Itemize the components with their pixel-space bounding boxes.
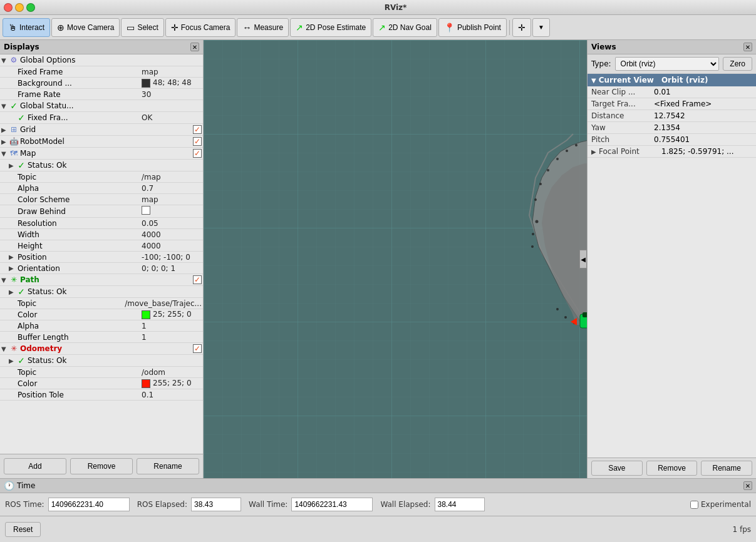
add-toolbar-button[interactable]: ✛ [512,18,531,37]
path-item[interactable]: ▼ ✳ Path ✓ [0,274,203,286]
move-camera-button[interactable]: ⊕ Move Camera [51,18,120,37]
rename-view-button[interactable]: Rename [701,461,752,476]
path-topic-item[interactable]: Topic /move_base/Trajec... [0,298,203,309]
background-item[interactable]: Background ... 48; 48; 48 [0,78,203,89]
property-label: Target Fra... [591,100,654,108]
toolbar-dropdown-button[interactable]: ▼ [532,18,550,37]
minimize-button[interactable] [15,3,24,12]
map-draw-behind-item[interactable]: Draw Behind [0,205,203,218]
map-alpha-item[interactable]: Alpha 0.7 [0,183,203,194]
item-label: Topic [16,368,139,377]
odom-status-item[interactable]: ▶ ✓ Status: Ok [0,355,203,367]
checked-checkbox[interactable]: ✓ [193,344,202,353]
clock-icon: 🕐 [4,481,14,491]
unchecked-checkbox[interactable] [142,206,150,215]
remove-display-button[interactable]: Remove [70,458,133,474]
map-status-item[interactable]: ▶ ✓ Status: Ok [0,160,203,171]
grid-overlay [204,40,587,478]
publish-point-button[interactable]: 📍 Publish Point [438,18,507,37]
checked-checkbox[interactable]: ✓ [193,137,202,146]
map-color-scheme-item[interactable]: Color Scheme map [0,194,203,205]
toolbar-separator [509,20,510,35]
focal-point-row[interactable]: ▶ Focal Point 1.825; -0.59791; ... [588,146,756,158]
type-label: Type: [591,59,611,68]
odom-topic-item[interactable]: Topic /odom [0,367,203,378]
maximize-button[interactable] [26,3,35,12]
odometry-item[interactable]: ▼ ✳ Odometry ✓ [0,343,203,355]
pose-estimate-button[interactable]: ↗ 2D Pose Estimate [290,18,371,37]
fixed-frame-item[interactable]: Fixed Frame map [0,66,203,78]
ros-elapsed-input[interactable] [191,498,241,511]
wall-time-input[interactable] [291,498,373,511]
item-label: Status: Ok [26,287,202,296]
displays-close-button[interactable]: ✕ [190,43,199,51]
interact-button[interactable]: 🖱 Interact [3,18,50,37]
global-options-item[interactable]: ▼ ⚙ Global Options [0,54,203,66]
path-alpha-item[interactable]: Alpha 1 [0,320,203,332]
views-header: Views ✕ [588,40,756,54]
target-frame-row[interactable]: Target Fra... <Fixed Frame> [588,98,756,110]
map-height-item[interactable]: Height 4000 [0,240,203,252]
rename-display-button[interactable]: Rename [137,458,199,474]
odom-pos-tol-item[interactable]: Position Tole 0.1 [0,389,203,401]
time-close-button[interactable]: ✕ [743,481,752,490]
yaw-row[interactable]: Yaw 2.1354 [588,122,756,134]
experimental-checkbox[interactable] [690,501,698,509]
map-topic-item[interactable]: Topic /map [0,171,203,183]
map-item[interactable]: ▼ 🗺 Map ✓ [0,148,203,160]
item-label: Alpha [16,184,139,193]
frame-rate-item[interactable]: Frame Rate 30 [0,89,203,100]
type-select[interactable]: Orbit (rviz) [615,57,720,71]
svg-rect-26 [583,312,587,317]
svg-point-5 [531,245,534,248]
grid-icon: ⊞ [9,125,19,135]
distance-row[interactable]: Distance 12.7542 [588,110,756,122]
checked-checkbox[interactable]: ✓ [193,125,202,134]
color-swatch [142,310,150,319]
item-value: 255; 25; 0 [139,379,202,388]
svg-point-10 [566,150,568,152]
pitch-row[interactable]: Pitch 0.755401 [588,134,756,146]
check-icon: ✓ [16,287,26,297]
views-close-button[interactable]: ✕ [743,43,752,51]
fps-display: 1 fps [732,525,751,534]
path-color-item[interactable]: Color 25; 255; 0 [0,309,203,320]
map-width-item[interactable]: Width 4000 [0,229,203,240]
close-button[interactable] [4,3,13,12]
measure-button[interactable]: ↔ Measure [237,18,289,37]
map-orientation-item[interactable]: ▶ Orientation 0; 0; 0; 1 [0,263,203,274]
current-view-section: ▼ Current View Orbit (rviz) Near Clip ..… [588,74,756,458]
map-position-item[interactable]: ▶ Position -100; -100; 0 [0,252,203,263]
wall-elapsed-input[interactable] [435,498,485,511]
item-label: Status: Ok [26,161,202,170]
focus-camera-button[interactable]: ✛ Focus Camera [165,18,236,37]
right-collapse-arrow[interactable]: ◀ [579,250,587,268]
window-controls[interactable] [4,3,35,12]
select-button[interactable]: ▭ Select [121,18,163,37]
checked-checkbox[interactable]: ✓ [193,149,202,158]
path-buffer-length-item[interactable]: Buffer Length 1 [0,332,203,343]
map-icon: 🗺 [9,148,19,158]
3d-viewport[interactable]: ◀ [204,40,587,478]
map-resolution-item[interactable]: Resolution 0.05 [0,218,203,229]
add-display-button[interactable]: Add [4,458,66,474]
checked-checkbox[interactable]: ✓ [193,275,202,284]
odom-color-item[interactable]: Color 255; 25; 0 [0,378,203,389]
remove-view-button[interactable]: Remove [646,461,698,476]
reset-button[interactable]: Reset [5,522,41,537]
zero-button[interactable]: Zero [723,57,752,71]
fixed-frame-status-item[interactable]: ✓ Fixed Fra... OK [0,112,203,124]
item-label: Background ... [16,79,139,88]
save-view-button[interactable]: Save [591,461,643,476]
nav-goal-button[interactable]: ↗ 2D Nav Goal [373,18,437,37]
item-value: 25; 255; 0 [139,310,202,319]
grid-item[interactable]: ▶ ⊞ Grid ✓ [0,124,203,136]
robot-model-item[interactable]: ▶ 🤖 RobotModel ✓ [0,136,203,148]
near-clip-row[interactable]: Near Clip ... 0.01 [588,86,756,98]
path-status-item[interactable]: ▶ ✓ Status: Ok [0,286,203,298]
global-status-item[interactable]: ▼ ✓ Global Statu... [0,100,203,112]
ros-time-input[interactable] [48,498,130,511]
ros-time-label: ROS Time: [5,500,44,509]
displays-tree[interactable]: ▼ ⚙ Global Options Fixed Frame map Backg… [0,54,203,454]
measure-icon: ↔ [242,23,251,33]
